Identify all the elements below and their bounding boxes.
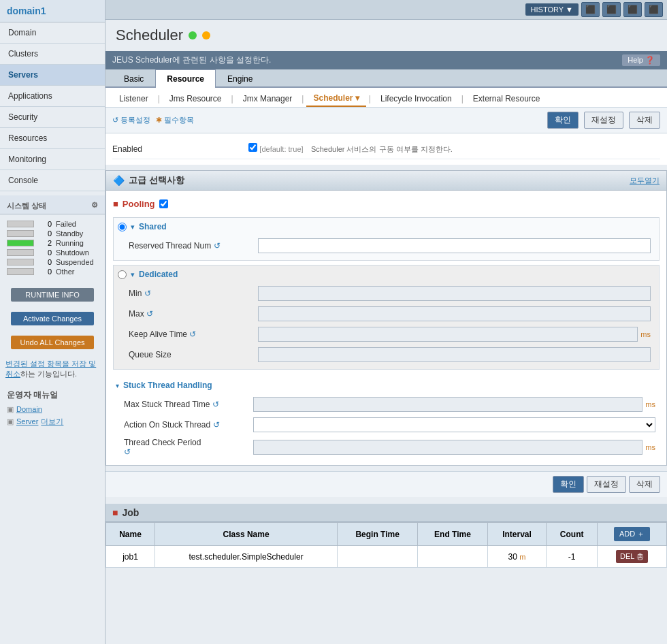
status-dot-orange	[202, 31, 210, 39]
reset-button[interactable]: 재설정	[584, 112, 623, 129]
bottom-confirm-button[interactable]: 확인	[553, 476, 584, 493]
action-stuck-label: Action On Stuck Thread ↺	[117, 420, 253, 430]
status-bar-standby	[7, 230, 34, 237]
col-count: Count	[547, 523, 598, 546]
refresh-icon-keepalive[interactable]: ↺	[189, 329, 196, 339]
advanced-section: 🔷 고급 선택사항 모두열기 ■ Pooling ▾	[105, 170, 667, 466]
shared-radio[interactable]	[118, 223, 127, 231]
change-buttons: RUNTIME INFO Activate Changes Undo ALL C…	[0, 281, 105, 356]
help-button[interactable]: Help ❓	[622, 54, 660, 66]
sub-tab-scheduler[interactable]: Scheduler ▾	[306, 91, 365, 107]
required-label: ✱ 필수항목	[156, 115, 194, 125]
status-bar-suspended	[7, 259, 34, 265]
sidebar-item-monitoring[interactable]: Monitoring	[0, 149, 105, 170]
advanced-title: 🔷 고급 선택사항	[113, 174, 184, 187]
min-label: Min ↺	[122, 289, 258, 298]
delete-button[interactable]: 삭제	[629, 112, 660, 129]
icon-btn-3[interactable]: ⬛	[623, 2, 642, 17]
sidebar-item-resources[interactable]: Resources	[0, 128, 105, 149]
bottom-delete-button[interactable]: 삭제	[629, 476, 660, 493]
status-suspended: 0 Suspended	[7, 258, 98, 266]
keep-alive-input[interactable]	[258, 327, 638, 342]
min-input[interactable]	[258, 286, 651, 301]
ops-server-link[interactable]: Server	[16, 417, 38, 425]
status-count-standby: 0	[38, 229, 52, 238]
refresh-icon-maxstuck[interactable]: ↺	[212, 400, 219, 409]
status-bar-running	[7, 240, 34, 246]
shared-header: ▾ Shared	[118, 222, 655, 231]
sidebar-item-domain[interactable]: Domain	[0, 22, 105, 44]
main-toolbar: ↺ 등록설정 ✱ 필수항목 확인 재설정 삭제	[105, 108, 667, 133]
job-begintime	[338, 546, 418, 568]
advanced-body: ■ Pooling ▾ Shared Reserved Thread Num	[106, 191, 666, 465]
delete-job-button[interactable]: DEL 총	[616, 550, 648, 563]
pooling-checkbox[interactable]	[159, 199, 168, 208]
max-stuck-row: Max Stuck Thread Time ↺ ms	[113, 394, 660, 415]
tab-engine[interactable]: Engine	[216, 69, 264, 88]
status-label-shutdown: Shutdown	[56, 248, 89, 257]
enabled-checkbox[interactable]	[248, 143, 257, 152]
check-period-label: Thread Check Period ↺	[117, 438, 253, 457]
sidebar-item-servers[interactable]: Servers	[0, 65, 105, 86]
table-row: job1 test.scheduler.SimpleScheduler 30 m…	[106, 546, 667, 568]
add-job-button[interactable]: ADD ＋	[614, 527, 650, 541]
col-classname: Class Name	[154, 523, 337, 546]
stuck-thread-header[interactable]: ▾ Stuck Thread Handling	[113, 376, 660, 394]
help-text: JEUS Scheduler에 관련된 사항을 설정한다.	[112, 54, 271, 66]
max-stuck-input[interactable]	[253, 397, 642, 412]
refresh-icon-checkperiod[interactable]: ↺	[124, 447, 131, 457]
bottom-reset-button[interactable]: 재설정	[587, 476, 626, 493]
sidebar: domain1 Domain Clusters Servers Applicat…	[0, 0, 105, 644]
status-bar-shutdown	[7, 249, 34, 256]
confirm-button[interactable]: 확인	[547, 112, 579, 129]
max-input[interactable]	[258, 306, 651, 321]
refresh-icon-reserved[interactable]: ↺	[214, 241, 221, 251]
sidebar-item-console[interactable]: Console	[0, 170, 105, 191]
ops-server-more-link[interactable]: 더보기	[41, 417, 63, 427]
check-period-input[interactable]	[253, 440, 642, 455]
enabled-default: [default: true]	[259, 145, 303, 153]
register-label: ↺ 등록설정	[112, 115, 150, 125]
expand-all-link[interactable]: 모두열기	[630, 176, 660, 186]
action-stuck-select[interactable]	[253, 417, 655, 432]
tab-basic[interactable]: Basic	[112, 69, 155, 88]
sub-tab-external[interactable]: External Resource	[466, 91, 547, 106]
status-count-suspended: 0	[38, 258, 52, 266]
dedicated-radio[interactable]	[118, 270, 127, 279]
status-count-failed: 0	[38, 220, 52, 228]
icon-btn-1[interactable]: ⬛	[581, 2, 600, 17]
refresh-icon-max[interactable]: ↺	[146, 309, 153, 319]
icon-btn-4[interactable]: ⬛	[645, 2, 663, 17]
reserved-thread-row: Reserved Thread Num ↺ 0	[118, 236, 655, 256]
sub-tab-jms[interactable]: Jms Resource	[163, 91, 229, 106]
app-title[interactable]: domain1	[0, 0, 105, 22]
sub-tab-bar: Listener | Jms Resource | Jmx Manager | …	[105, 88, 667, 108]
enabled-row: Enabled [default: true] Scheduler 서비스의 구…	[112, 139, 660, 159]
job-table-wrapper: Name Class Name Begin Time End Time Inte…	[105, 522, 667, 568]
undo-all-changes-button[interactable]: Undo ALL Changes	[11, 336, 94, 349]
sidebar-item-security[interactable]: Security	[0, 107, 105, 128]
refresh-icon-actionstuck[interactable]: ↺	[213, 420, 220, 430]
queue-size-input[interactable]	[258, 347, 651, 362]
history-button[interactable]: HISTORY ▼	[525, 3, 579, 16]
sidebar-item-applications[interactable]: Applications	[0, 86, 105, 107]
sub-tab-listener[interactable]: Listener	[112, 91, 155, 106]
runtime-info-button[interactable]: RUNTIME INFO	[11, 288, 94, 302]
advanced-header: 🔷 고급 선택사항 모두열기	[106, 171, 666, 191]
status-running: 2 Running	[7, 239, 98, 247]
sub-tab-jmx[interactable]: Jmx Manager	[236, 91, 299, 106]
enabled-desc: Scheduler 서비스의 구동 여부를 지정한다.	[311, 145, 453, 153]
status-standby: 0 Standby	[7, 229, 98, 238]
sub-tab-lifecycle[interactable]: Lifecycle Invocation	[374, 91, 459, 106]
icon-btn-2[interactable]: ⬛	[602, 2, 621, 17]
ops-domain-link[interactable]: Domain	[16, 405, 42, 413]
dedicated-section: ▾ Dedicated Min ↺ Max ↺	[113, 265, 660, 370]
activate-changes-button[interactable]: Activate Changes	[11, 312, 94, 325]
sidebar-item-clusters[interactable]: Clusters	[0, 44, 105, 65]
ops-manual-label: 운영자 매뉴얼	[0, 385, 105, 404]
enabled-label: Enabled	[112, 144, 248, 154]
refresh-icon-min[interactable]: ↺	[144, 289, 151, 298]
status-count-running: 2	[38, 239, 52, 247]
reserved-thread-input[interactable]: 0	[258, 238, 651, 253]
tab-resource[interactable]: Resource	[155, 69, 216, 88]
